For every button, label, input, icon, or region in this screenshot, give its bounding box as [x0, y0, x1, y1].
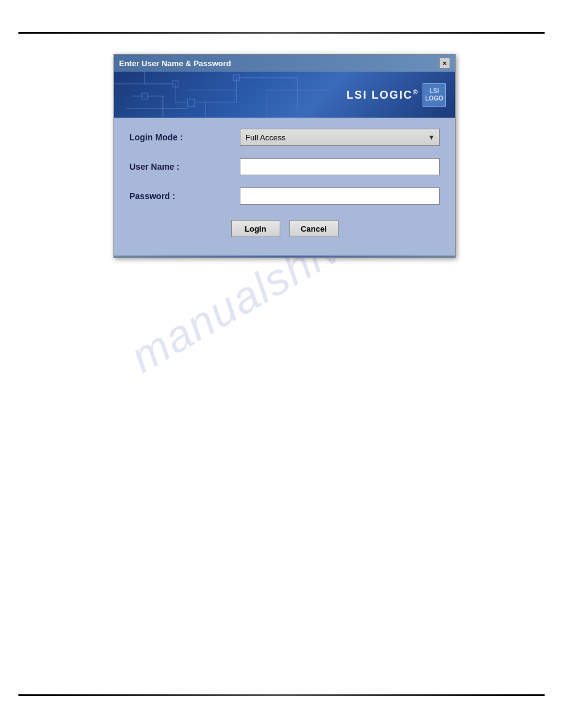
login-mode-select-wrapper: Full Access Read Only No Access [240, 129, 440, 146]
dialog-bottom-border [114, 256, 455, 257]
username-control [240, 158, 440, 175]
username-label: User Name : [129, 162, 240, 172]
dialog-form: Login Mode : Full Access Read Only No Ac… [114, 118, 455, 256]
close-button[interactable]: × [439, 58, 450, 69]
lsi-logo: LSI LOGIC® LSILOGO [347, 83, 446, 107]
lsi-logic-text: LSI LOGIC® [347, 88, 419, 102]
bottom-rule [18, 694, 545, 696]
svg-rect-13 [142, 93, 148, 99]
login-mode-select[interactable]: Full Access Read Only No Access [240, 129, 440, 146]
password-input[interactable] [240, 188, 440, 205]
password-label: Password : [129, 191, 240, 201]
login-mode-label: Login Mode : [129, 132, 240, 142]
lsi-box: LSILOGO [423, 83, 446, 107]
password-row: Password : [129, 188, 440, 205]
login-button[interactable]: Login [231, 220, 280, 237]
cancel-button[interactable]: Cancel [289, 220, 339, 237]
dialog-banner: LSI LOGIC® LSILOGO [114, 72, 455, 118]
button-row: Login Cancel [129, 217, 440, 243]
username-row: User Name : [129, 158, 440, 175]
login-mode-control: Full Access Read Only No Access [240, 129, 440, 146]
svg-rect-14 [188, 99, 195, 107]
password-control [240, 188, 440, 205]
login-mode-row: Login Mode : Full Access Read Only No Ac… [129, 129, 440, 146]
dialog-titlebar: Enter User Name & Password × [114, 55, 455, 72]
dialog-title: Enter User Name & Password [119, 59, 231, 68]
username-input[interactable] [240, 158, 440, 175]
login-dialog: Enter User Name & Password × [113, 54, 456, 258]
top-rule [18, 32, 545, 34]
